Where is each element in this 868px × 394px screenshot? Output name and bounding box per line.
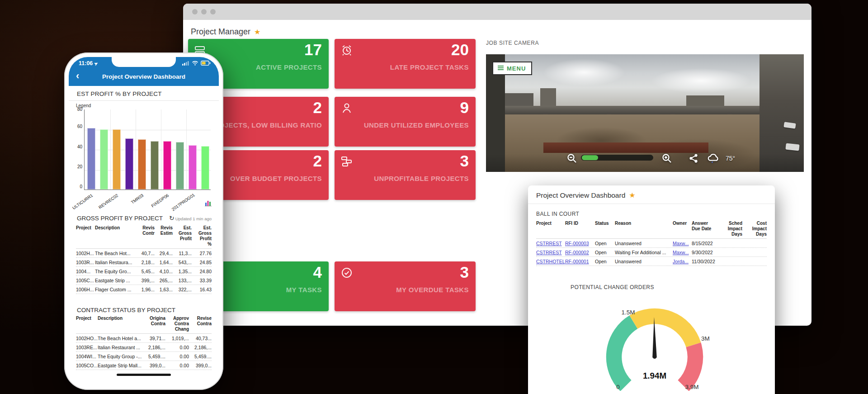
wifi-icon (192, 61, 198, 66)
table-cell: Flager Custom ... (95, 287, 137, 292)
divider (528, 204, 775, 204)
table-cell: 1005C... (76, 278, 95, 283)
bar (125, 138, 133, 190)
window-maximize-dot[interactable] (210, 9, 216, 14)
phone-nav-title: Project Overview Dashboard (69, 73, 219, 80)
table-cell (742, 241, 767, 246)
table-cell: 5,459.... (145, 354, 165, 359)
signal-bars-icon (182, 61, 189, 66)
table-link[interactable]: RF-000002 (565, 250, 595, 255)
table-link[interactable]: Maxw... (673, 241, 692, 246)
column-header: Revise Contra (189, 316, 212, 332)
car (785, 143, 799, 151)
est-profit-heading: EST PROFIT % BY PROJECT (77, 90, 162, 97)
home-indicator[interactable] (117, 374, 171, 376)
location-arrow-icon: ➤ (93, 61, 99, 67)
kpi-value: 4 (313, 263, 322, 281)
table-row: 1003RE...Italian Restaurant ...2,186,...… (76, 343, 212, 352)
kpi-tile-under-utilized-employees[interactable]: 9 UNDER UTILIZED EMPLOYEES (335, 97, 476, 147)
window-minimize-dot[interactable] (201, 9, 207, 14)
column-header: Sched Impact Days (721, 221, 742, 237)
share-icon[interactable] (689, 153, 698, 164)
table-cell (742, 250, 767, 255)
table-cell: 9/30/2022 (692, 250, 721, 255)
table-cell: Open (595, 241, 615, 246)
column-header: Answer Due Date (692, 221, 721, 237)
bar (189, 145, 197, 190)
kpi-label: MY OVERDUE TASKS (396, 286, 469, 294)
table-cell: 16.43 (192, 287, 212, 292)
hamburger-icon (498, 65, 504, 71)
favorite-star-icon[interactable]: ★ (254, 28, 260, 36)
table-cell: 1,63... (155, 287, 173, 292)
phone-screen: 11:06➤ ‹ Project Overview Dashboard EST … (69, 57, 219, 385)
contract-status-heading: CONTRACT STATUS BY PROJECT (77, 307, 175, 313)
gauge-max-label: 3.9M (685, 384, 698, 390)
table-cell: 399,0... (145, 363, 165, 368)
camera-menu-button[interactable]: MENU (492, 62, 532, 75)
column-header: Description (95, 225, 137, 247)
slider-handle[interactable] (582, 155, 598, 160)
column-header: Owner (673, 221, 692, 237)
table-row: 1005CO...Eastgate Strip Mall...399,0...0… (76, 361, 212, 370)
table-cell: 29,4... (155, 251, 173, 256)
table-row: 1005C...Eastgate Strip ...399,...265,...… (76, 276, 212, 285)
bar-chart-plot (84, 109, 211, 190)
favorite-star-icon[interactable]: ★ (629, 191, 635, 199)
gridline (186, 109, 187, 190)
bar (163, 141, 171, 190)
table-link[interactable]: RF-000003 (565, 241, 595, 246)
kpi-value: 2 (313, 152, 322, 170)
kpi-tile-unprofitable-projects[interactable]: 3 UNPROFITABLE PROJECTS (335, 150, 476, 200)
refresh-icon[interactable]: ↻ (169, 214, 175, 222)
zoom-out-icon[interactable] (566, 153, 577, 164)
table-link[interactable]: CSTRREST (536, 250, 565, 255)
updated-timestamp: Updated 1 min ago (175, 216, 212, 221)
kpi-label: UNDER UTILIZED EMPLOYEES (364, 121, 469, 129)
table-cell: The Equity Gro... (95, 269, 137, 274)
column-header: Revis Contr (137, 225, 155, 247)
chart-type-icon[interactable] (205, 200, 212, 206)
zoom-in-icon[interactable] (661, 153, 672, 164)
table-row: CSTRRESTRF-000002OpenWaiting For Additio… (536, 248, 767, 257)
table-link[interactable]: RF-000001 (565, 259, 595, 264)
kpi-label: OVER BUDGET PROJECTS (230, 175, 322, 182)
x-tick-label: REVREC02 (94, 193, 119, 212)
camera-zoom-slider[interactable] (581, 155, 653, 161)
table-cell: 27.76 (192, 251, 212, 256)
table-link[interactable]: CSTRREST (536, 241, 565, 246)
table-cell: 399,... (137, 278, 155, 283)
kpi-tile-my-overdue-tasks[interactable]: 3 MY OVERDUE TASKS (335, 261, 476, 311)
camera-sky (486, 54, 804, 109)
column-header: Est. Gross Profit % (192, 225, 212, 247)
window-close-dot[interactable] (192, 9, 198, 14)
table-link[interactable]: CSTRHOTEL (536, 259, 565, 264)
column-header: Project (76, 316, 98, 332)
x-tick-label: ULTICURR1 (69, 193, 94, 212)
table-cell: Open (595, 259, 615, 264)
table-link[interactable]: Jorda... (673, 259, 692, 264)
gauge-value: 1.94M (643, 371, 666, 380)
phone-app-header: 11:06➤ ‹ Project Overview Dashboard (69, 57, 219, 86)
table-cell (742, 259, 767, 264)
battery-icon (201, 61, 211, 66)
table-link[interactable]: Maxw... (673, 250, 692, 255)
table-cell: 24.80 (192, 269, 212, 274)
table-header-row: ProjectDescriptionRevis ContrRevis Estim… (76, 225, 212, 249)
table-cell: 0.00 (165, 345, 189, 350)
table-cell: 5,459.... (189, 354, 212, 359)
kpi-value: 20 (451, 41, 469, 59)
table-cell: 133,... (173, 278, 192, 283)
y-tick: 40 (71, 144, 82, 149)
table-cell: Italian Restaurant ... (98, 345, 145, 350)
table-cell: Unanswered (615, 241, 673, 246)
bar (176, 142, 184, 190)
gross-profit-table: ProjectDescriptionRevis ContrRevis Estim… (76, 225, 212, 294)
kpi-tile-late-project-tasks[interactable]: 20 LATE PROJECT TASKS (335, 39, 476, 89)
gridline (161, 109, 161, 190)
kpi-label: UNPROFITABLE PROJECTS (374, 175, 469, 182)
gauge-band-yellow (633, 316, 693, 345)
building-silhouette (686, 95, 724, 107)
column-header: Project (76, 225, 95, 247)
table-cell: 543,... (173, 260, 192, 265)
